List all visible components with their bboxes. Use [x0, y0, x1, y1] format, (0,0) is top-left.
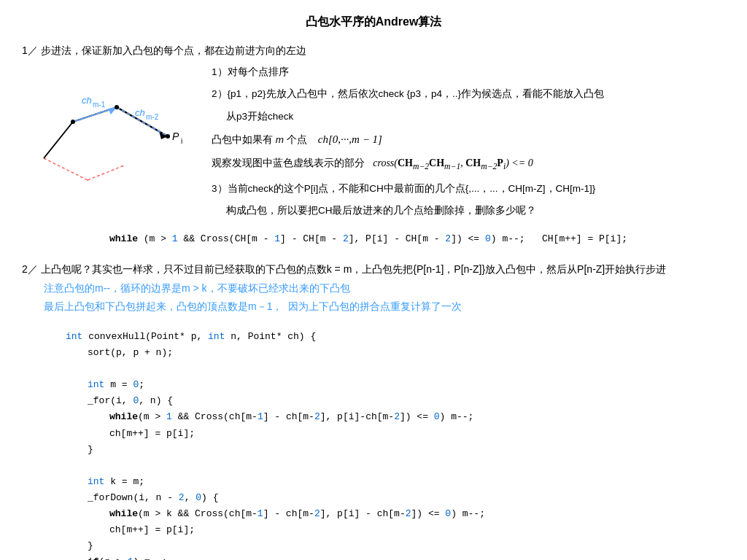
- page-title: 凸包水平序的Andrew算法: [22, 15, 725, 30]
- step2b: 从p3开始check: [226, 108, 725, 125]
- code-line2: sort(p, p + n);: [88, 345, 725, 361]
- diagram-area: ch m-1 ch m-2 P i: [22, 63, 197, 211]
- code-line7: ch[m++] = p[i];: [109, 426, 725, 442]
- svg-line-1: [88, 166, 124, 180]
- section2-title: 2／ 上凸包呢？其实也一样求，只不过目前已经获取的下凸包的点数k = m，上凸包…: [22, 263, 666, 275]
- code-line8: }: [88, 442, 725, 458]
- section1-header: 1／ 步进法，保证新加入凸包的每个点，都在边前进方向的左边: [22, 44, 725, 58]
- section2: 2／ 上凸包呢？其实也一样求，只不过目前已经获取的下凸包的点数k = m，上凸包…: [22, 260, 725, 316]
- svg-point-16: [71, 120, 75, 124]
- while-code-1: while (m > 1 && Cross(CH[m - 1] - CH[m -…: [109, 231, 725, 247]
- step1: 1）对每个点排序: [212, 63, 725, 81]
- code-line4: int m = 0;: [88, 377, 725, 393]
- step2c: 凸包中如果有 m 个点 ch[0,···,m − 1]: [212, 130, 725, 149]
- code-line10: int k = m;: [88, 474, 725, 490]
- svg-line-0: [44, 158, 88, 180]
- svg-text:m-1: m-1: [93, 101, 106, 109]
- step2: 2）{p1，p2}先放入凸包中，然后依次check {p3，p4，..}作为候选…: [212, 85, 725, 103]
- code-line6: while(m > 1 && Cross(ch[m-1] - ch[m-2], …: [109, 409, 725, 425]
- code-line14: }: [88, 538, 725, 554]
- step2d: 观察发现图中蓝色虚线表示的部分 cross(CHm−2CHm−1, CHm−2P…: [212, 154, 725, 174]
- code-line12: while(m > k && Cross(ch[m-1] - ch[m-2], …: [109, 506, 725, 522]
- code-line15: if(n > 1) m--;: [88, 554, 725, 560]
- svg-point-17: [115, 105, 119, 109]
- convex-hull-diagram: ch m-1 ch m-2 P i: [22, 63, 197, 209]
- section2-note2: 最后上凸包和下凸包拼起来，凸包的顶点数是m－1， 因为上下凸包的拼合点重复计算了…: [44, 298, 725, 316]
- svg-text:ch: ch: [82, 95, 92, 106]
- svg-text:ch: ch: [135, 107, 145, 118]
- code-line13: ch[m++] = p[i];: [109, 522, 725, 538]
- code-block: int convexHull(Point* p, int n, Point* c…: [66, 329, 725, 560]
- svg-text:i: i: [181, 137, 182, 145]
- section1: 1／ 步进法，保证新加入凸包的每个点，都在边前进方向的左边: [22, 44, 725, 247]
- code-line9: [66, 458, 725, 474]
- svg-point-18: [166, 134, 170, 139]
- svg-text:m-2: m-2: [146, 113, 159, 121]
- section1-content: ch m-1 ch m-2 P i 1）对每个点排序 2）{p1，p2}先放入凸…: [22, 63, 725, 224]
- code-line11: _forDown(i, n - 2, 0) {: [88, 490, 725, 506]
- code-line3: [66, 361, 725, 377]
- svg-line-2: [44, 122, 73, 158]
- section1-text: 1）对每个点排序 2）{p1，p2}先放入凸包中，然后依次check {p3，p…: [212, 63, 725, 224]
- step3: 3）当前check的这个P[i]点，不能和CH中最前面的几个点{,...，...…: [212, 180, 725, 198]
- section2-header: 2／ 上凸包呢？其实也一样求，只不过目前已经获取的下凸包的点数k = m，上凸包…: [22, 260, 725, 279]
- code-line1: int convexHull(Point* p, int n, Point* c…: [66, 329, 725, 345]
- step3b: 构成凸包，所以要把CH最后放进来的几个点给删除掉，删除多少呢？: [226, 202, 725, 219]
- svg-text:P: P: [172, 131, 179, 142]
- code-line5: _for(i, 0, n) {: [88, 393, 725, 409]
- section2-note1: 注意凸包的m--，循环的边界是m > k，不要破坏已经求出来的下凸包: [44, 279, 725, 298]
